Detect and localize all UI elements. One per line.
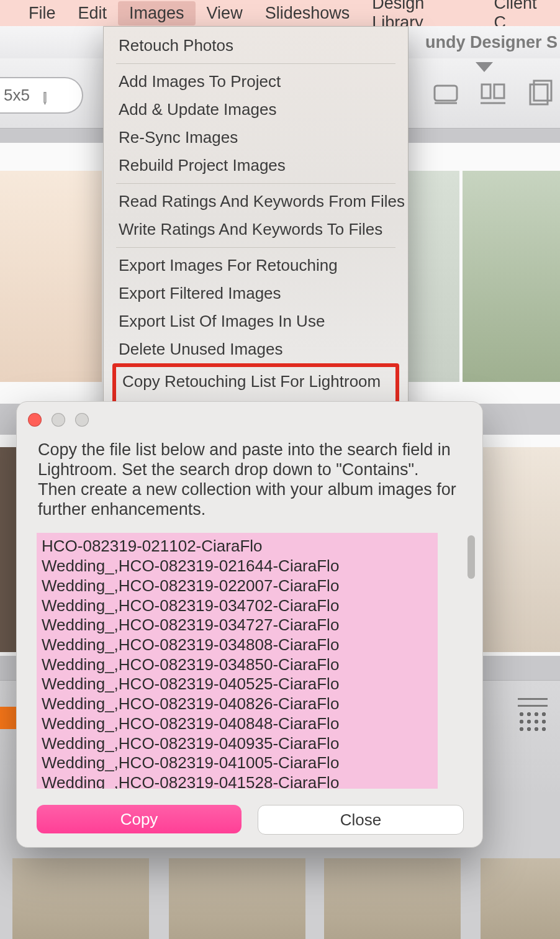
dd-resync-images[interactable]: Re-Sync Images (104, 124, 408, 152)
file-list-frame (37, 533, 465, 791)
menu-separator (116, 183, 395, 184)
menu-view[interactable]: View (196, 1, 254, 25)
file-list-textarea[interactable] (37, 533, 438, 789)
grid-view-icons[interactable] (518, 698, 548, 732)
photo-placeholder (482, 447, 560, 652)
dd-add-images[interactable]: Add Images To Project (104, 68, 408, 96)
images-dropdown-menu: Retouch Photos Add Images To Project Add… (103, 26, 409, 463)
dd-rebuild-images[interactable]: Rebuild Project Images (104, 152, 408, 179)
window-zoom-dot (75, 413, 89, 427)
copy-list-dialog: Copy the file list below and paste into … (16, 401, 483, 848)
layout-icon-3[interactable] (525, 79, 555, 109)
dialog-instructions: Copy the file list below and paste into … (17, 430, 482, 527)
svg-rect-3 (494, 84, 504, 98)
aspect-ratio-pill[interactable]: 5x5 (0, 77, 83, 114)
window-minimize-dot (52, 413, 65, 427)
dd-export-retouching[interactable]: Export Images For Retouching (104, 252, 408, 279)
photo-placeholder (0, 171, 102, 382)
toolbar-right-icons (431, 79, 560, 109)
menu-file[interactable]: File (17, 1, 67, 25)
aspect-ratio-value: 5x5 (4, 86, 30, 105)
copy-button[interactable]: Copy (37, 805, 242, 833)
menu-edit[interactable]: Edit (67, 1, 119, 25)
dd-export-list-inuse[interactable]: Export List Of Images In Use (104, 307, 408, 335)
menu-slideshows[interactable]: Slideshows (254, 1, 361, 25)
photo-placeholder (404, 171, 459, 382)
layout-icon-1[interactable] (431, 79, 461, 109)
window-close-dot[interactable] (28, 413, 42, 427)
close-button[interactable]: Close (258, 805, 464, 835)
photo-placeholder (463, 171, 560, 382)
svg-rect-0 (435, 86, 457, 101)
dd-read-ratings[interactable]: Read Ratings And Keywords From Files (104, 188, 408, 215)
thumbnail[interactable] (12, 858, 153, 939)
scrollbar-thumb[interactable] (467, 535, 475, 579)
dd-delete-unused[interactable]: Delete Unused Images (104, 335, 408, 363)
dd-copy-retouching-list-lightroom[interactable]: Copy Retouching List For Lightroom (116, 368, 395, 395)
dd-add-update-images[interactable]: Add & Update Images (104, 96, 408, 124)
dd-retouch-photos[interactable]: Retouch Photos (104, 32, 408, 60)
layout-icon-2[interactable] (478, 79, 508, 109)
pencil-icon (34, 86, 53, 105)
menu-images[interactable]: Images (118, 1, 196, 25)
thumbnail[interactable] (324, 858, 464, 939)
thumbnail[interactable] (481, 858, 560, 939)
menu-separator (116, 247, 395, 248)
menu-separator (116, 63, 395, 64)
menu-bar: File Edit Images View Slideshows Design … (0, 0, 560, 27)
dd-export-filtered[interactable]: Export Filtered Images (104, 279, 408, 307)
svg-rect-2 (482, 84, 490, 98)
dialog-buttons: Copy Close (17, 791, 482, 835)
app-brand-text: undy Designer S (425, 33, 558, 52)
thumbnail[interactable] (169, 858, 309, 939)
window-traffic-lights (17, 402, 482, 430)
dd-write-ratings[interactable]: Write Ratings And Keywords To Files (104, 215, 408, 243)
chevron-down-icon[interactable] (476, 62, 493, 72)
